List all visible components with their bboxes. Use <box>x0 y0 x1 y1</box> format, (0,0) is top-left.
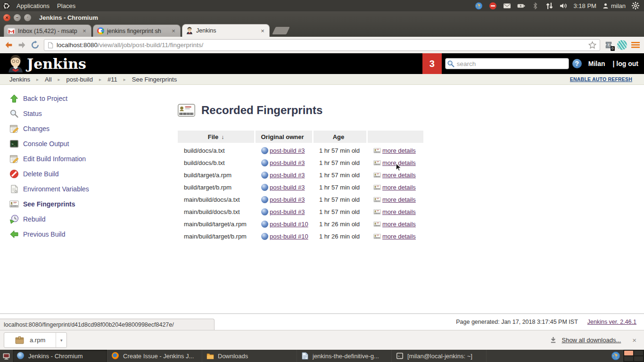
enable-auto-refresh-link[interactable]: ENABLE AUTO REFRESH <box>570 76 644 82</box>
jenkins-version-link[interactable]: Jenkins ver. 2.46.1 <box>587 319 636 325</box>
page-icon[interactable] <box>48 42 53 49</box>
workspace[interactable] <box>624 356 633 361</box>
panel-clock[interactable]: 3:18 PM <box>574 2 596 9</box>
owner-build-link[interactable]: post-build #10 <box>261 221 308 228</box>
sidebar-item[interactable]: >_ Console Output <box>9 136 167 151</box>
panel-menu-item[interactable]: Places <box>57 2 75 9</box>
battery-icon[interactable] <box>517 2 525 10</box>
logout-link[interactable]: | log out <box>613 60 638 67</box>
sidebar-item[interactable]: Rebuild <box>9 212 167 227</box>
column-header[interactable]: Age <box>314 131 366 143</box>
owner-build-link[interactable]: post-build #3 <box>261 196 305 203</box>
more-details-link[interactable]: more details <box>373 184 416 191</box>
workspace[interactable] <box>634 351 643 355</box>
taskbar-window-button[interactable]: Jenkins - Chromium <box>13 350 107 362</box>
window-minimize-button[interactable] <box>14 14 21 21</box>
help-icon[interactable]: ? <box>572 59 582 68</box>
window-maximize-button[interactable] <box>24 14 31 21</box>
tab-close-icon[interactable]: × <box>259 27 266 34</box>
breadcrumb-item[interactable]: #11 <box>107 76 117 83</box>
more-details-link[interactable]: more details <box>373 221 416 228</box>
browser-tab[interactable]: Jenkins × <box>182 24 270 37</box>
owner-build-link[interactable]: post-build #3 <box>261 159 305 166</box>
taskbar-window-button[interactable]: jenkins-the-definitive-g... <box>297 350 392 362</box>
workspace-active[interactable] <box>624 351 633 355</box>
bookmark-star-icon[interactable] <box>588 41 596 49</box>
sidebar-item[interactable]: Environment Variables <box>9 181 167 197</box>
updown-icon[interactable] <box>545 2 553 10</box>
show-desktop-button[interactable] <box>0 350 13 362</box>
browser-tab[interactable]: jenkins fingerprint sh × <box>93 25 181 37</box>
address-bar[interactable]: localhost:8080 /view/all/job/post-build/… <box>44 39 600 51</box>
browser-tab[interactable]: Inbox (15,422) - msatp × <box>4 25 91 37</box>
more-details-link[interactable]: more details <box>373 147 416 154</box>
show-all-downloads-link[interactable]: Show all downloads... <box>561 337 621 344</box>
sidebar-item-label[interactable]: Edit Build Information <box>23 155 86 163</box>
workspace[interactable] <box>634 356 643 361</box>
jenkins-brand[interactable]: Jenkins <box>27 56 86 72</box>
column-header[interactable]: File <box>178 131 254 143</box>
column-header[interactable]: Original owner <box>256 131 312 143</box>
sidebar-item-label[interactable]: Environment Variables <box>23 185 89 193</box>
profile-avatar[interactable] <box>617 40 627 50</box>
forward-icon[interactable] <box>17 41 26 49</box>
owner-build-link[interactable]: post-build #3 <box>261 208 305 215</box>
jenkins-logo-icon[interactable] <box>6 54 25 73</box>
ubuntu-logo-icon[interactable] <box>2 2 10 10</box>
more-details-link[interactable]: more details <box>373 208 416 215</box>
breadcrumb-item[interactable]: post-build <box>66 76 93 83</box>
sidebar-item[interactable]: Edit Build Information <box>9 151 167 166</box>
taskbar-window-button[interactable]: Create Issue - Jenkins J... <box>107 350 202 362</box>
user-link[interactable]: Milan <box>588 60 605 67</box>
window-close-button[interactable] <box>3 14 10 21</box>
owner-build-link[interactable]: post-build #3 <box>261 184 305 191</box>
breadcrumb-item[interactable]: All <box>45 76 51 83</box>
browser-menu-icon[interactable] <box>631 42 640 48</box>
session-indicator[interactable]: milan <box>603 2 626 9</box>
sidebar-item-label[interactable]: Status <box>23 110 42 117</box>
sidebar-item-label[interactable]: See Fingerprints <box>23 200 75 208</box>
panel-menu-item[interactable]: Applications <box>17 2 50 9</box>
volume-icon[interactable] <box>560 2 568 10</box>
bluetooth-icon[interactable] <box>531 2 539 10</box>
more-details-link[interactable]: more details <box>373 196 416 203</box>
search-input[interactable] <box>445 58 569 69</box>
new-tab-button[interactable] <box>272 27 289 34</box>
breadcrumb-item[interactable]: See Fingerprints <box>132 76 177 83</box>
reload-icon[interactable] <box>31 41 40 49</box>
owner-build-link[interactable]: post-build #10 <box>261 233 308 240</box>
sidebar-item-label[interactable]: Delete Build <box>23 170 59 178</box>
taskbar-window-button[interactable]: Downloads <box>202 350 297 362</box>
globe-icon[interactable] <box>475 2 483 10</box>
sidebar-item[interactable]: See Fingerprints <box>9 197 167 212</box>
extension-button[interactable]: ₹ 0 <box>604 41 613 49</box>
tab-close-icon[interactable]: × <box>81 27 88 34</box>
column-header[interactable] <box>368 131 423 143</box>
sidebar-item[interactable]: Previous Build <box>9 227 167 242</box>
sidebar-item[interactable]: Changes <box>9 121 167 136</box>
taskbar-window-button[interactable]: >_ [milan@local-jenkins: ~] <box>392 350 487 362</box>
breadcrumb-item[interactable]: Jenkins <box>9 76 30 83</box>
sidebar-item[interactable]: Back to Project <box>9 91 167 106</box>
sidebar-item-label[interactable]: Previous Build <box>23 230 66 238</box>
globe-icon[interactable] <box>611 351 620 361</box>
gear-icon[interactable] <box>632 2 639 9</box>
sidebar-item-label[interactable]: Console Output <box>23 140 69 148</box>
build-queue-badge[interactable]: 3 <box>422 53 442 74</box>
workspace-switcher[interactable] <box>623 350 644 362</box>
tab-close-icon[interactable]: × <box>170 27 177 34</box>
mail-icon[interactable] <box>503 2 511 10</box>
sidebar-item-label[interactable]: Changes <box>23 125 50 132</box>
sidebar-item-label[interactable]: Back to Project <box>23 95 67 102</box>
download-item[interactable]: a.rpm <box>4 332 67 348</box>
sidebar-item[interactable]: Status <box>9 106 167 121</box>
owner-build-link[interactable]: post-build #3 <box>261 172 305 179</box>
sidebar-item-label[interactable]: Rebuild <box>23 215 45 223</box>
back-icon[interactable] <box>4 41 13 49</box>
owner-build-link[interactable]: post-build #3 <box>261 147 305 154</box>
downloads-bar-close-icon[interactable]: × <box>632 336 636 344</box>
download-menu-caret[interactable] <box>56 333 66 347</box>
more-details-link[interactable]: more details <box>373 233 416 240</box>
sidebar-item[interactable]: Delete Build <box>9 166 167 181</box>
dnd-icon[interactable] <box>489 2 497 10</box>
